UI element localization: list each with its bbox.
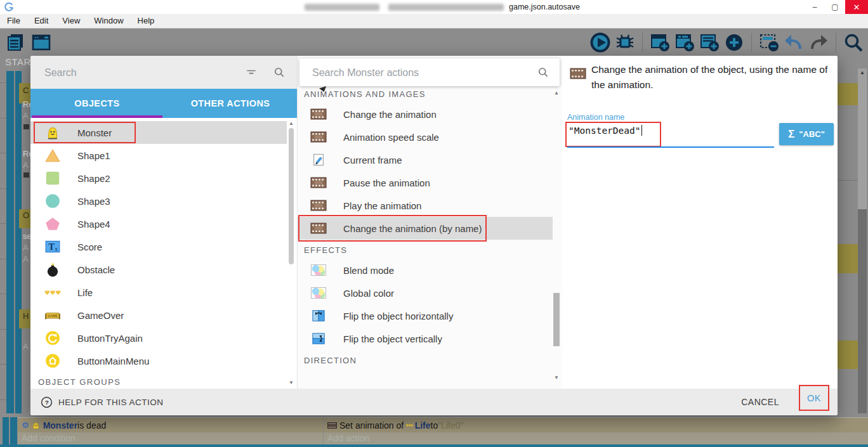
action-item[interactable]: Global color: [298, 282, 553, 304]
object-item-shape2[interactable]: Shape2: [30, 167, 287, 190]
action-label: Change the animation: [343, 109, 437, 120]
scrollbar-thumb[interactable]: [553, 293, 560, 346]
action-item[interactable]: Change the animation: [298, 103, 553, 126]
scroll-down-icon[interactable]: ▼: [287, 380, 296, 385]
add-action-link[interactable]: Add action: [324, 432, 868, 444]
condition-cell[interactable]: ⚙ Monster is dead Add condition: [18, 417, 323, 444]
svg-text:T: T: [49, 242, 55, 252]
scrollbar-thumb[interactable]: [289, 128, 294, 264]
menu-help[interactable]: Help: [131, 14, 162, 28]
expression-editor-button[interactable]: Σ "ABC": [779, 123, 834, 145]
scrollbar-thumb[interactable]: [858, 209, 867, 413]
search-toolbar-icon[interactable]: [843, 32, 864, 53]
help-button[interactable]: ? HELP FOR THIS ACTION: [41, 389, 164, 415]
undo-icon[interactable]: [783, 32, 805, 53]
object-item-buttontryagain[interactable]: ButtonTryAgain: [30, 327, 287, 349]
action-item[interactable]: Blend mode: [298, 259, 553, 282]
flip-v-icon: [310, 332, 327, 346]
actions-search-input[interactable]: [311, 64, 516, 82]
section-header: EFFECTS: [298, 240, 553, 259]
scroll-up-icon[interactable]: ▲: [552, 90, 561, 96]
delete-event-icon[interactable]: [758, 32, 780, 53]
action-label: Flip the object horizontally: [343, 311, 453, 321]
action-cell[interactable]: Set animation of ●●● Life to "Life0" Add…: [324, 417, 868, 444]
event-tick: [0, 364, 6, 365]
action-item[interactable]: Change the animation (by name): [298, 217, 553, 240]
object-item-gameover[interactable]: GAMEGameOver: [30, 304, 287, 327]
project-manager-icon[interactable]: [5, 32, 27, 53]
object-label: Shape1: [77, 150, 110, 161]
object-item-shape4[interactable]: Shape4: [30, 212, 287, 235]
action-item[interactable]: Animation speed scale: [298, 126, 553, 148]
animation-name-input[interactable]: "MonsterDead": [569, 125, 642, 136]
filter-icon[interactable]: [245, 66, 258, 79]
object-item-shape1[interactable]: Shape1: [30, 144, 287, 167]
film-icon: [310, 107, 327, 121]
minimize-button[interactable]: –: [805, 0, 825, 14]
banner-icon: GAME: [44, 307, 61, 323]
objects-search-input[interactable]: [43, 64, 217, 82]
section-header: ANIMATIONS AND IMAGES: [298, 84, 553, 103]
scroll-up-icon[interactable]: ▲: [858, 70, 867, 75]
dialog-footer: ? HELP FOR THIS ACTION CANCEL OK: [30, 389, 838, 415]
menu-window[interactable]: Window: [87, 14, 130, 28]
add-comment-icon[interactable]: [699, 32, 720, 53]
menu-view[interactable]: View: [55, 14, 87, 28]
object-label: Score: [77, 242, 102, 252]
action-item[interactable]: Play the animation: [298, 194, 553, 217]
menu-bar: FileEditViewWindowHelp: [0, 14, 868, 29]
circle-icon: [44, 193, 61, 209]
add-subevent-icon[interactable]: [674, 32, 695, 53]
search-icon[interactable]: [273, 66, 286, 79]
object-label: Monster: [77, 127, 112, 138]
object-item-obstacle[interactable]: Obstacle: [30, 258, 287, 281]
ok-button[interactable]: OK: [807, 393, 821, 403]
film-icon: [310, 130, 327, 144]
objects-list: MonsterShape1Shape2Shape3Shape4TxScoreOb…: [30, 121, 287, 372]
retry-button-icon: [44, 330, 61, 346]
add-condition-link[interactable]: Add condition: [18, 432, 323, 444]
menu-file[interactable]: File: [0, 14, 27, 28]
action-item[interactable]: Pause the animation: [298, 171, 553, 194]
objects-scrollbar[interactable]: ▲ ▼: [287, 119, 296, 385]
text-caret: [641, 125, 642, 136]
toolbar-left: [5, 32, 52, 53]
scroll-up-icon[interactable]: ▲: [287, 120, 296, 126]
tab-objects[interactable]: OBJECTS: [30, 89, 164, 118]
event-text-fragment: O: [23, 211, 29, 220]
tab-other-actions[interactable]: OTHER ACTIONS: [164, 89, 297, 118]
action-label: Pause the animation: [343, 178, 430, 188]
object-item-shape3[interactable]: Shape3: [30, 190, 287, 212]
event-sheet-scrollbar[interactable]: ▲: [858, 68, 867, 413]
debug-icon[interactable]: [614, 32, 636, 53]
action-item[interactable]: Flip the object vertically: [298, 327, 553, 350]
search-icon[interactable]: [537, 66, 549, 79]
add-circle-icon[interactable]: [723, 32, 745, 53]
scroll-down-icon[interactable]: ▼: [552, 375, 561, 380]
action-description: Change the animation of the object, usin…: [591, 62, 836, 93]
redo-icon[interactable]: [808, 32, 829, 53]
object-label: Shape3: [77, 196, 110, 207]
action-label: Current frame: [343, 155, 402, 165]
action-item[interactable]: Current frame: [298, 148, 553, 171]
action-detail-panel: Change the animation of the object, usin…: [562, 56, 838, 389]
add-event-icon[interactable]: [649, 32, 671, 53]
scene-editor-icon[interactable]: [30, 32, 52, 53]
object-item-score[interactable]: TxScore: [30, 235, 287, 258]
object-item-buttonmainmenu[interactable]: ButtonMainMenu: [30, 349, 287, 372]
play-icon[interactable]: [589, 32, 611, 53]
object-item-monster[interactable]: Monster: [30, 121, 287, 144]
maximize-button[interactable]: ▢: [825, 0, 845, 14]
event-indent-bar: [6, 71, 14, 413]
pentagon-icon: [44, 216, 61, 232]
active-tab-underline: [32, 115, 162, 118]
object-item-life[interactable]: Life: [30, 281, 287, 304]
film-icon: [310, 198, 327, 212]
menu-edit[interactable]: Edit: [27, 14, 55, 28]
text-icon: Tx: [44, 238, 61, 255]
cancel-button[interactable]: CANCEL: [741, 397, 779, 407]
actions-scrollbar[interactable]: ▲ ▼: [552, 89, 561, 380]
close-button[interactable]: ✕: [845, 0, 868, 14]
objects-search-bar: [30, 56, 297, 89]
action-item[interactable]: Flip the object horizontally: [298, 304, 553, 327]
